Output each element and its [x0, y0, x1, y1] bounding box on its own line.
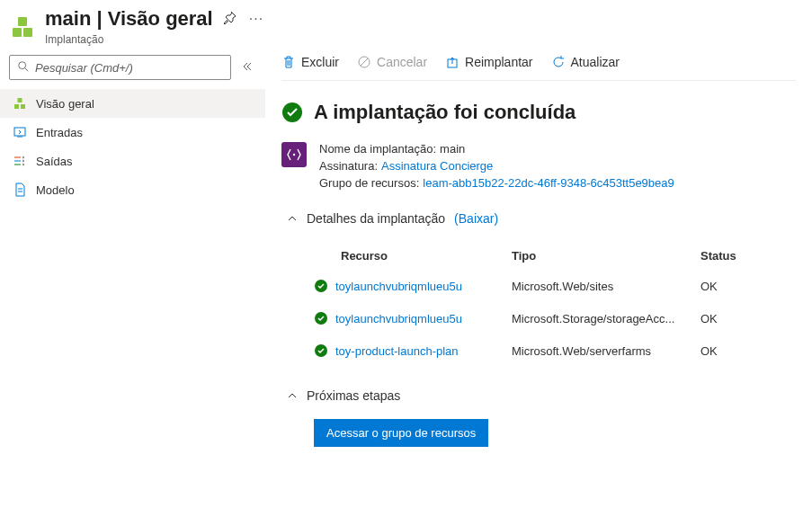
- nav-item-template[interactable]: Modelo: [0, 175, 265, 204]
- resource-link[interactable]: toy-product-launch-plan: [335, 344, 459, 358]
- next-steps-section: Próximas etapas Acessar o grupo de recur…: [287, 388, 796, 447]
- table-row: toy-product-launch-plan Microsoft.Web/se…: [314, 334, 796, 367]
- template-icon: [13, 183, 27, 197]
- details-section: Detalhes da implantação (Baixar) Recurso…: [287, 211, 796, 367]
- svg-line-4: [25, 67, 29, 71]
- deployment-name-label: Nome da implantação:: [319, 142, 436, 156]
- resource-link[interactable]: toylaunchvubriqmlueu5u: [335, 312, 462, 325]
- outputs-icon: [13, 154, 27, 168]
- redeploy-button[interactable]: Reimplantar: [445, 55, 532, 69]
- redeploy-icon: [445, 55, 460, 69]
- svg-line-16: [361, 58, 368, 66]
- resource-type: Microsoft.Web/sites: [512, 280, 700, 293]
- resource-status: OK: [700, 312, 754, 325]
- inputs-icon: [13, 125, 27, 139]
- nav-label: Visão geral: [36, 97, 94, 111]
- main-content: Excluir Cancelar Reimplantar: [265, 49, 812, 465]
- table-row: toylaunchvubriqmlueu5u Microsoft.Storage…: [314, 302, 796, 334]
- nav-label: Entradas: [36, 126, 83, 139]
- nav-list: Visão geral Entradas Saídas: [0, 89, 265, 204]
- col-status: Status: [700, 249, 754, 263]
- chevron-up-icon: [287, 213, 298, 224]
- refresh-icon: [551, 55, 566, 69]
- resource-group-label: Grupo de recursos:: [319, 176, 419, 190]
- chevron-up-icon: [287, 390, 298, 401]
- nav-label: Modelo: [36, 183, 75, 197]
- resource-status: OK: [700, 344, 754, 358]
- success-icon: [281, 102, 303, 123]
- resource-group-link[interactable]: leam-abb15b22-22dc-46ff-9348-6c453tt5e9b…: [423, 176, 674, 190]
- trash-icon: [281, 55, 296, 69]
- nav-label: Saídas: [36, 155, 72, 168]
- next-steps-title: Próximas etapas: [307, 388, 400, 403]
- pin-icon[interactable]: [222, 11, 236, 28]
- cancel-button: Cancelar: [357, 55, 427, 69]
- toolbar: Excluir Cancelar Reimplantar: [281, 49, 796, 81]
- row-status-icon: [314, 311, 335, 325]
- svg-rect-5: [14, 104, 19, 109]
- overview-icon: [13, 96, 27, 111]
- search-input[interactable]: [35, 61, 223, 75]
- delete-button[interactable]: Excluir: [281, 55, 339, 69]
- search-box[interactable]: [9, 55, 231, 80]
- resource-icon: [9, 13, 36, 40]
- deployment-name-value: main: [440, 142, 465, 156]
- svg-rect-1: [23, 28, 32, 37]
- svg-rect-6: [21, 104, 25, 109]
- row-status-icon: [314, 279, 335, 293]
- nav-item-overview[interactable]: Visão geral: [0, 89, 265, 118]
- download-link[interactable]: (Baixar): [454, 211, 498, 226]
- details-title: Detalhes da implantação: [307, 211, 445, 226]
- status-title: A implantação foi concluída: [314, 101, 576, 124]
- resource-type: Microsoft.Storage/storageAcc...: [512, 312, 700, 325]
- details-toggle[interactable]: Detalhes da implantação (Baixar): [287, 211, 796, 226]
- arm-template-icon: [281, 142, 307, 167]
- subscription-label: Assinatura:: [319, 159, 378, 173]
- cancel-icon: [357, 55, 371, 69]
- more-menu-icon[interactable]: ···: [245, 11, 267, 27]
- svg-point-3: [19, 61, 26, 68]
- nav-item-inputs[interactable]: Entradas: [0, 118, 265, 147]
- svg-rect-0: [13, 28, 22, 37]
- resources-table: Recurso Tipo Status toylaunchvubriqmlueu…: [314, 242, 796, 367]
- subscription-link[interactable]: Assinatura Concierge: [381, 159, 493, 173]
- col-type: Tipo: [512, 249, 700, 263]
- svg-point-19: [293, 154, 295, 156]
- page-subtitle: Implantação: [45, 33, 267, 46]
- row-status-icon: [314, 343, 335, 358]
- col-resource: Recurso: [314, 249, 512, 263]
- collapse-sidebar-icon[interactable]: [238, 58, 256, 78]
- page-title: main | Visão geral: [45, 7, 213, 31]
- resource-link[interactable]: toylaunchvubriqmlueu5u: [335, 280, 462, 293]
- status-row: A implantação foi concluída: [281, 101, 796, 124]
- svg-rect-2: [18, 17, 27, 26]
- go-to-resource-group-button[interactable]: Acessar o grupo de recursos: [314, 419, 488, 447]
- deployment-info: Nome da implantação: main Assinatura: As…: [281, 142, 796, 190]
- refresh-button[interactable]: Atualizar: [551, 55, 620, 69]
- page-header: main | Visão geral ··· Implantação: [0, 0, 812, 49]
- nav-item-outputs[interactable]: Saídas: [0, 147, 265, 175]
- resource-status: OK: [700, 280, 754, 293]
- svg-rect-7: [18, 98, 22, 102]
- table-row: toylaunchvubriqmlueu5u Microsoft.Web/sit…: [314, 270, 796, 302]
- search-icon: [17, 60, 30, 76]
- resource-type: Microsoft.Web/serverfarms: [512, 344, 700, 358]
- next-steps-toggle[interactable]: Próximas etapas: [287, 388, 796, 403]
- sidebar: Visão geral Entradas Saídas: [0, 49, 265, 465]
